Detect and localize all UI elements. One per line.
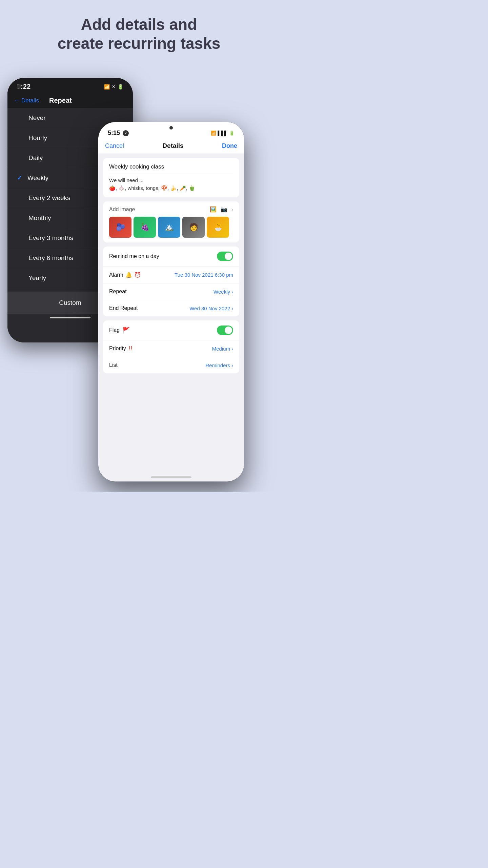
repeat-row-value: Weekly › <box>214 289 233 295</box>
remind-toggle[interactable] <box>217 252 233 261</box>
add-image-section: Add image 🖼️ 📷 › 🫐 🍇 🏔️ 🧑 🐣 <box>103 201 239 242</box>
home-indicator-back <box>50 317 90 318</box>
priority-row[interactable]: Priority !! Medium › <box>103 340 239 357</box>
bell-icon: 🔔 <box>125 272 132 278</box>
front-nav-bar: Cancel Details Done <box>98 139 244 154</box>
every6months-label: Every 6 months <box>28 254 73 262</box>
repeat-chevron: › <box>231 289 233 295</box>
priority-label: Priority <box>109 346 126 352</box>
never-label: Never <box>28 114 46 122</box>
thumbnail-2[interactable]: 🍇 <box>134 217 156 238</box>
image-action-icons: 🖼️ 📷 › <box>210 206 233 213</box>
task-description[interactable]: We will need ...🍅, 🧄, whisks, tongs, 🍄, … <box>109 177 233 192</box>
gallery-icon[interactable]: 🖼️ <box>210 206 217 213</box>
list-value: Reminders › <box>205 362 233 368</box>
page-header: Add details and create recurring tasks <box>0 0 278 62</box>
thumbnail-1[interactable]: 🫐 <box>109 217 131 238</box>
back-status-icons: 📶 ✕ 🔋 <box>104 84 123 90</box>
back-screen-title: Repeat <box>49 97 72 104</box>
priority-value: Medium › <box>212 346 233 352</box>
front-signal-bars: ▌▌▌ <box>218 131 228 136</box>
camera-icon[interactable]: 📷 <box>221 206 227 213</box>
front-status-bar: 5:15 ✓ 📶 ▌▌▌ 🔋 <box>98 122 244 139</box>
front-wifi-icon: 📶 <box>211 131 216 136</box>
list-label: List <box>109 362 118 368</box>
reminder-section: Remind me on a day Alarm 🔔 ⏰ Tue 30 Nov … <box>103 246 239 316</box>
daily-label: Daily <box>28 154 43 162</box>
back-nav-bar: ← Details Repeat <box>7 93 133 108</box>
remind-row: Remind me on a day <box>103 246 239 267</box>
every3months-label: Every 3 months <box>28 234 73 242</box>
signal-icon: ✕ <box>112 84 116 89</box>
task-title-section: Weekly cooking class We will need ...🍅, … <box>103 158 239 197</box>
flag-priority-section: Flag 🚩 Priority !! Medium › <box>103 320 239 373</box>
yearly-label: Yearly <box>28 274 46 282</box>
alarm-row[interactable]: Alarm 🔔 ⏰ Tue 30 Nov 2021 6:30 pm <box>103 267 239 283</box>
weekly-label: Weekly <box>27 174 48 182</box>
end-repeat-chevron: › <box>231 305 233 311</box>
image-thumbnails: 🫐 🍇 🏔️ 🧑 🐣 <box>109 217 233 238</box>
app-icon: ✓ <box>123 130 129 136</box>
battery-icon: 🔋 <box>118 84 123 90</box>
cancel-button[interactable]: Cancel <box>105 142 124 150</box>
end-repeat-value: Wed 30 Nov 2022 › <box>189 305 233 311</box>
end-repeat-label: End Repeat <box>109 305 138 311</box>
monthly-label: Monthly <box>28 214 51 222</box>
front-status-icons: 📶 ▌▌▌ 🔋 <box>211 131 235 136</box>
wifi-icon: 📶 <box>104 84 110 90</box>
repeat-row[interactable]: Repeat Weekly › <box>103 283 239 300</box>
back-label: Details <box>21 97 39 104</box>
list-chevron: › <box>231 362 233 368</box>
priority-chevron: › <box>231 346 233 352</box>
priority-exclaim-icon: !! <box>129 346 133 352</box>
home-indicator-front <box>151 476 191 478</box>
flag-row: Flag 🚩 <box>103 320 239 340</box>
custom-label: Custom <box>59 299 81 307</box>
list-row[interactable]: List Reminders › <box>103 357 239 373</box>
back-arrow-icon: ← <box>14 97 20 104</box>
thumbnail-3[interactable]: 🏔️ <box>158 217 180 238</box>
alarm-clock-icon: ⏰ <box>134 272 141 278</box>
details-content: Weekly cooking class We will need ...🍅, … <box>98 154 244 474</box>
end-repeat-row[interactable]: End Repeat Wed 30 Nov 2022 › <box>103 300 239 316</box>
alarm-value: Tue 30 Nov 2021 6:30 pm <box>175 272 233 278</box>
remind-label: Remind me on a day <box>109 253 159 259</box>
details-title: Details <box>162 142 183 150</box>
header-text: Add details and create recurring tasks <box>58 16 221 52</box>
priority-label-area: Priority !! <box>109 346 132 352</box>
every2weeks-label: Every 2 weeks <box>28 194 70 202</box>
repeat-row-label: Repeat <box>109 289 127 295</box>
flag-label: Flag <box>109 327 120 333</box>
flag-label-area: Flag 🚩 <box>109 327 130 334</box>
front-phone: 5:15 ✓ 📶 ▌▌▌ 🔋 Cancel Details Done Weekl… <box>98 122 244 481</box>
front-battery-icon: 🔋 <box>229 131 235 136</box>
back-button[interactable]: ← Details <box>14 97 39 104</box>
back-phone-camera <box>17 84 22 89</box>
done-button[interactable]: Done <box>222 142 237 150</box>
thumbnail-4[interactable]: 🧑 <box>182 217 205 238</box>
alarm-label: Alarm <box>109 272 123 278</box>
front-phone-camera <box>169 126 173 130</box>
add-image-label: Add image <box>109 206 135 213</box>
front-time: 5:15 <box>108 130 120 137</box>
hourly-label: Hourly <box>28 134 47 142</box>
task-title[interactable]: Weekly cooking class <box>109 163 233 170</box>
thumbnail-5[interactable]: 🐣 <box>207 217 229 238</box>
add-image-chevron[interactable]: › <box>231 206 233 213</box>
back-status-bar: 9:22 📶 ✕ 🔋 <box>7 78 133 93</box>
flag-icon: 🚩 <box>122 327 130 334</box>
flag-toggle[interactable] <box>217 326 233 335</box>
checkmark-icon: ✓ <box>17 174 22 182</box>
